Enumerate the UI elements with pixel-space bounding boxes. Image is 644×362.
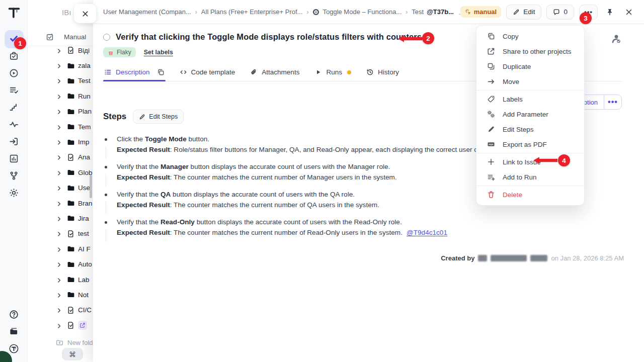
menu-item-duplicate[interactable]: Duplicate xyxy=(476,59,584,74)
edit-description-more-button[interactable]: ••• xyxy=(604,95,622,110)
tree-scrollbar[interactable] xyxy=(90,175,92,198)
edit-steps-button[interactable]: Edit Steps xyxy=(133,110,184,124)
menu-item-add-to-run[interactable]: Add to Run xyxy=(476,169,584,185)
tree-item-label: Imp xyxy=(78,138,90,146)
test-status-circle[interactable] xyxy=(103,34,110,41)
copy-description-icon[interactable] xyxy=(157,68,165,76)
tree-item[interactable] xyxy=(28,318,93,333)
app-logo-icon[interactable] xyxy=(7,6,21,20)
tree-item[interactable]: Jira xyxy=(28,211,93,226)
assignee-icon[interactable] xyxy=(611,33,622,44)
breadcrumb-separator: › xyxy=(406,9,408,16)
tab-description[interactable]: Description xyxy=(103,65,166,81)
breadcrumb-item[interactable]: User Management (Compan... xyxy=(103,8,191,16)
sidebar-item-branches[interactable] xyxy=(5,168,24,185)
chevron-right-icon[interactable] xyxy=(56,47,62,54)
tree-item[interactable]: Auto xyxy=(28,256,93,272)
menu-item-export-as-pdf[interactable]: PDF Export as PDF xyxy=(476,137,584,152)
sidebar-item-plans[interactable] xyxy=(5,82,24,100)
tree-item[interactable]: CI/C xyxy=(28,303,93,318)
keyboard-shortcut-badge[interactable]: ⌘ xyxy=(62,348,83,360)
new-folder-button[interactable]: New folder xyxy=(28,336,93,349)
menu-item-add-parameter[interactable]: Add Parameter xyxy=(476,107,584,122)
app-sidebar xyxy=(0,0,28,362)
menu-divider xyxy=(476,153,584,153)
tree-item[interactable]: test xyxy=(28,226,93,241)
tree-item[interactable]: Glob xyxy=(28,165,93,180)
linked-test-link[interactable]: @T9d4c1c01 xyxy=(407,229,447,236)
sidebar-item-activity[interactable] xyxy=(5,117,24,134)
sidebar-item-import[interactable] xyxy=(5,134,24,151)
chevron-right-icon[interactable] xyxy=(56,261,62,267)
tree-item[interactable]: AI F xyxy=(28,241,93,256)
menu-item-move[interactable]: Move xyxy=(476,74,584,89)
tree-item[interactable]: Lab xyxy=(28,272,93,287)
chevron-right-icon[interactable] xyxy=(56,154,62,160)
tree-item-label: AI F xyxy=(78,245,91,253)
history-icon xyxy=(366,68,374,76)
set-labels-link[interactable]: Set labels xyxy=(144,49,173,56)
breadcrumb-item[interactable]: All Plans (Free+ Enterprise+ Prof... xyxy=(201,8,303,16)
tab-history[interactable]: History xyxy=(365,65,400,81)
chevron-right-icon[interactable] xyxy=(56,108,62,115)
chevron-right-icon[interactable] xyxy=(56,124,62,130)
chevron-right-icon[interactable] xyxy=(56,215,62,222)
edit-button[interactable]: Edit xyxy=(506,5,541,20)
sidebar-item-settings[interactable] xyxy=(5,185,24,202)
chevron-right-icon[interactable] xyxy=(56,277,62,283)
tree-item[interactable]: Test xyxy=(28,73,93,88)
pin-button[interactable] xyxy=(603,5,617,19)
chevron-right-icon[interactable] xyxy=(56,292,62,298)
chevron-right-icon[interactable] xyxy=(56,62,62,69)
sidebar-item-suites[interactable] xyxy=(5,48,24,65)
chevron-right-icon[interactable] xyxy=(56,200,62,207)
popcorn-icon xyxy=(108,49,114,56)
chevron-right-icon[interactable] xyxy=(56,185,62,191)
chevron-right-icon[interactable] xyxy=(56,246,62,252)
annotation-badge-1: 1 xyxy=(14,37,26,49)
chevron-right-icon[interactable] xyxy=(56,230,62,237)
chevron-right-icon[interactable] xyxy=(56,139,62,145)
comments-button[interactable]: 0 xyxy=(546,5,574,20)
runs-status-dot xyxy=(347,70,351,74)
flaky-badge[interactable]: Flaky xyxy=(103,47,136,57)
tree-item[interactable]: Ana xyxy=(28,150,93,165)
chevron-right-icon[interactable] xyxy=(56,77,62,84)
breadcrumb-item[interactable]: Test @T37b... xyxy=(412,8,454,16)
sidebar-item-milestones[interactable] xyxy=(5,100,24,117)
chevron-right-icon[interactable] xyxy=(56,307,62,313)
sidebar-item-projects[interactable] xyxy=(5,324,24,341)
tab-code-template[interactable]: Code template xyxy=(179,65,236,81)
breadcrumb-separator: › xyxy=(195,9,197,16)
menu-item-delete[interactable]: Delete xyxy=(476,187,584,202)
tree-item[interactable]: Not xyxy=(28,287,93,302)
arrow-right-icon xyxy=(487,77,495,85)
tree-item[interactable]: Run xyxy=(28,88,93,104)
chevron-right-icon[interactable] xyxy=(56,169,62,176)
project-avatar[interactable] xyxy=(40,4,57,21)
sidebar-item-runs[interactable] xyxy=(5,65,24,82)
menu-item-label: Duplicate xyxy=(503,63,531,70)
tree-item[interactable]: Віді xyxy=(28,43,93,58)
menu-item-share-to-other-projects[interactable]: Share to other projects xyxy=(476,44,584,59)
menu-item-edit-steps[interactable]: Edit Steps xyxy=(476,122,584,137)
sidebar-item-help[interactable] xyxy=(5,307,24,324)
menu-item-labels[interactable]: Labels xyxy=(476,92,584,107)
tree-item[interactable]: zala xyxy=(28,58,93,73)
tab-attachments[interactable]: Attachments xyxy=(249,65,300,81)
chevron-right-icon[interactable] xyxy=(56,93,62,100)
tree-item[interactable]: Plan xyxy=(28,104,93,119)
shared-icon xyxy=(78,321,87,330)
breadcrumb-item[interactable]: Toggle Mode – Functiona... xyxy=(312,8,401,16)
menu-item-label: Edit Steps xyxy=(503,126,534,133)
tree-item[interactable]: Bran xyxy=(28,196,93,211)
menu-item-copy[interactable]: Copy xyxy=(476,29,584,44)
chevron-right-icon[interactable] xyxy=(56,322,62,329)
sidebar-item-reports[interactable] xyxy=(5,151,24,168)
tree-item[interactable]: Imp xyxy=(28,134,93,149)
close-panel-button[interactable] xyxy=(622,5,636,19)
tree-item-label: Tem xyxy=(78,123,91,131)
tab-runs[interactable]: Runs xyxy=(313,65,352,81)
tree-item[interactable]: Use xyxy=(28,180,93,196)
tree-item[interactable]: Tem xyxy=(28,119,93,134)
